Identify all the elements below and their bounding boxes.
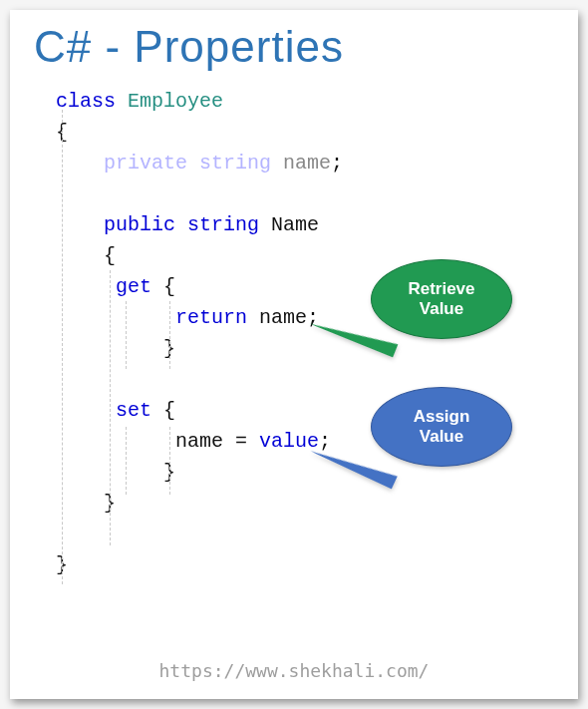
keyword-get: get bbox=[116, 275, 151, 298]
keyword-string-1: string bbox=[199, 152, 271, 175]
callout-retrieve: Retrieve Value bbox=[371, 259, 512, 339]
indent-guide-1 bbox=[62, 110, 63, 584]
brace: { bbox=[104, 244, 116, 267]
id-name-1: name bbox=[259, 306, 307, 329]
callout-assign: Assign Value bbox=[371, 387, 512, 467]
id-name-2: name bbox=[175, 430, 223, 453]
keyword-set: set bbox=[116, 399, 151, 422]
document-page: C# - Properties class Employee { private… bbox=[10, 10, 578, 699]
page-title: C# - Properties bbox=[10, 10, 578, 76]
keyword-private: private bbox=[104, 152, 187, 175]
code-block: class Employee { private string name; pu… bbox=[10, 76, 578, 699]
indent-guide-4a bbox=[169, 301, 170, 369]
indent-guide-4b bbox=[169, 427, 170, 495]
keyword-string-2: string bbox=[187, 213, 259, 236]
callout-text: Value bbox=[420, 427, 463, 447]
indent-guide-3a bbox=[126, 301, 127, 369]
callout-text: Retrieve bbox=[408, 279, 474, 299]
semi: ; bbox=[331, 152, 343, 175]
callout-text: Value bbox=[420, 299, 463, 319]
footer-url: https://www.shekhali.com/ bbox=[10, 660, 578, 681]
keyword-public: public bbox=[104, 213, 175, 236]
type-employee: Employee bbox=[128, 90, 223, 113]
brace: { bbox=[163, 275, 175, 298]
keyword-class: class bbox=[56, 90, 116, 113]
field-name: name bbox=[283, 152, 331, 175]
callout-text: Assign bbox=[414, 407, 470, 427]
prop-name: Name bbox=[271, 213, 319, 236]
keyword-return: return bbox=[175, 306, 247, 329]
indent-guide-3b bbox=[126, 427, 127, 495]
op-eq: = bbox=[235, 430, 247, 453]
indent-guide-2 bbox=[110, 270, 111, 545]
brace: { bbox=[163, 399, 175, 422]
